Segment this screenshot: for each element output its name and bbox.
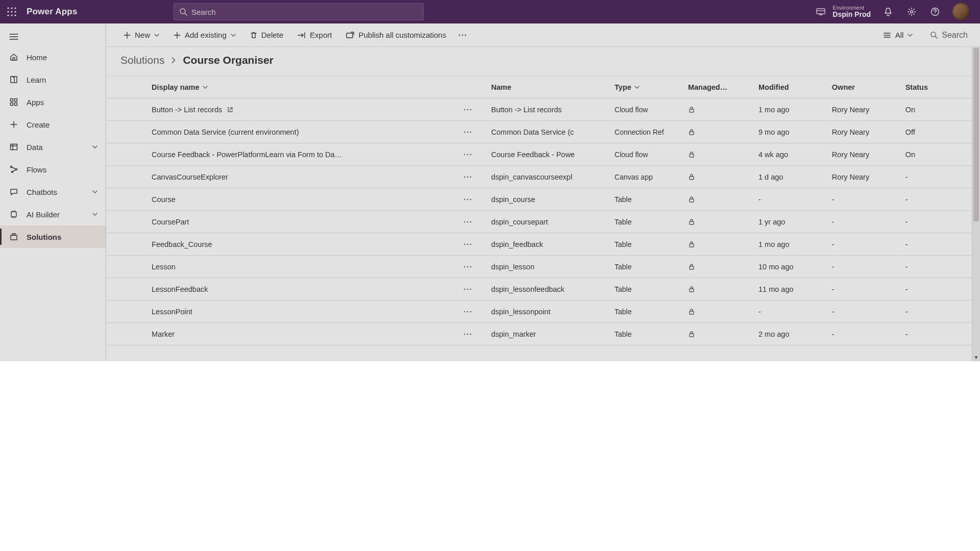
unmanaged-lock-icon — [682, 278, 752, 300]
row-display-name[interactable]: Marker — [152, 330, 175, 338]
scroll-down-icon[interactable]: ▼ — [972, 353, 980, 361]
svg-line-55 — [936, 36, 938, 38]
publish-button[interactable]: Publish all customizations — [341, 26, 451, 44]
row-more-button[interactable] — [456, 300, 479, 322]
table-row[interactable]: Lessondspin_lessonTable10 mo ago-- — [106, 256, 980, 278]
nav-data[interactable]: Data — [0, 136, 106, 158]
notifications-icon[interactable] — [882, 6, 894, 18]
row-more-button[interactable] — [456, 188, 479, 210]
svg-rect-39 — [12, 234, 15, 235]
open-external-icon[interactable] — [227, 107, 233, 113]
new-button[interactable]: New — [118, 26, 164, 44]
nav-collapse-button[interactable] — [0, 28, 106, 46]
vertical-scrollbar[interactable]: ▲ ▼ — [972, 47, 980, 361]
row-more-button[interactable] — [456, 211, 479, 233]
scroll-thumb[interactable] — [973, 48, 979, 221]
col-owner[interactable]: Owner — [832, 83, 855, 91]
svg-point-57 — [463, 109, 465, 110]
svg-point-5 — [14, 11, 16, 12]
more-commands-button[interactable] — [455, 26, 470, 44]
nav-flows[interactable]: Flows — [0, 158, 106, 181]
svg-rect-84 — [690, 244, 694, 247]
grid-search[interactable]: Search — [930, 31, 968, 40]
row-more-button[interactable] — [456, 278, 479, 300]
row-modified: - — [752, 188, 826, 211]
breadcrumb-parent[interactable]: Solutions — [120, 54, 164, 66]
row-modified: 4 wk ago — [752, 143, 826, 166]
row-display-name[interactable]: Course — [152, 195, 176, 204]
svg-point-98 — [467, 333, 468, 335]
svg-point-69 — [463, 176, 465, 178]
table-row[interactable]: Markerdspin_markerTable2 mo ago-- — [106, 323, 980, 345]
nav-chatbots[interactable]: Chatbots — [0, 181, 106, 203]
grid-search-label: Search — [942, 31, 968, 40]
settings-icon[interactable] — [905, 6, 918, 18]
help-icon[interactable] — [929, 6, 941, 18]
row-more-button[interactable] — [456, 256, 479, 278]
col-modified[interactable]: Modified — [758, 83, 789, 91]
delete-label: Delete — [261, 31, 283, 39]
row-display-name[interactable]: CoursePart — [152, 218, 189, 226]
col-managed[interactable]: Managed… — [688, 83, 727, 91]
row-more-button[interactable] — [456, 233, 479, 255]
svg-rect-22 — [15, 99, 17, 102]
chevron-down-icon — [634, 85, 640, 90]
row-status: - — [899, 166, 980, 188]
row-more-button[interactable] — [456, 121, 479, 143]
nav-learn[interactable]: Learn — [0, 68, 106, 91]
row-more-button[interactable] — [456, 143, 479, 165]
row-display-name[interactable]: CanvasCourseExplorer — [152, 173, 228, 181]
chevron-down-icon — [154, 33, 159, 38]
export-button[interactable]: Export — [292, 26, 337, 44]
col-display-name[interactable]: Display name — [152, 83, 208, 91]
table-row[interactable]: CoursePartdspin_coursepartTable1 yr ago-… — [106, 211, 980, 233]
row-display-name[interactable]: LessonFeedback — [152, 285, 208, 293]
table-row[interactable]: LessonPointdspin_lessonpointTable--- — [106, 300, 980, 323]
environment-icon — [815, 6, 826, 17]
col-type[interactable]: Type — [615, 83, 640, 91]
nav-home[interactable]: Home — [0, 46, 106, 68]
row-name: dspin_canvascourseexpl — [485, 166, 608, 188]
svg-point-75 — [470, 198, 471, 200]
svg-point-81 — [463, 243, 465, 245]
row-more-button[interactable] — [456, 98, 479, 120]
table-row[interactable]: Common Data Service (current environment… — [106, 121, 980, 143]
suite-search[interactable] — [174, 3, 424, 20]
grid-icon — [9, 97, 18, 107]
table-row[interactable]: LessonFeedbackdspin_lessonfeedbackTable1… — [106, 278, 980, 300]
unmanaged-lock-icon — [682, 323, 752, 345]
view-filter-button[interactable]: All — [878, 26, 918, 44]
table-row[interactable]: Course Feedback - PowerPlatformLearn via… — [106, 143, 980, 166]
app-name[interactable]: Power Apps — [27, 7, 78, 17]
svg-point-9 — [180, 9, 185, 14]
row-display-name[interactable]: Button -> List records — [152, 106, 233, 114]
row-display-name[interactable]: LessonPoint — [152, 308, 192, 316]
export-label: Export — [310, 31, 332, 39]
nav-solutions[interactable]: Solutions — [0, 226, 106, 248]
nav-create[interactable]: Create — [0, 113, 106, 136]
row-display-name[interactable]: Common Data Service (current environment… — [152, 128, 299, 136]
svg-point-74 — [467, 198, 468, 200]
row-more-button[interactable] — [456, 166, 479, 188]
col-name[interactable]: Name — [491, 83, 511, 91]
suite-search-input[interactable] — [191, 8, 418, 16]
svg-point-50 — [465, 34, 467, 36]
table-row[interactable]: Feedback_Coursedspin_feedbackTable1 mo a… — [106, 233, 980, 256]
row-more-button[interactable] — [456, 323, 479, 345]
nav-aibuilder[interactable]: AI Builder — [0, 203, 106, 226]
unmanaged-lock-icon — [682, 98, 752, 121]
nav-apps[interactable]: Apps — [0, 91, 106, 113]
delete-button[interactable]: Delete — [245, 26, 288, 44]
table-row[interactable]: CanvasCourseExplorerdspin_canvascourseex… — [106, 166, 980, 188]
row-display-name[interactable]: Course Feedback - PowerPlatformLearn via… — [152, 151, 342, 159]
col-status[interactable]: Status — [905, 83, 928, 91]
table-row[interactable]: Button -> List records Button -> List re… — [106, 98, 980, 121]
user-avatar[interactable] — [952, 3, 970, 20]
row-display-name[interactable]: Lesson — [152, 263, 176, 271]
row-modified: 11 mo ago — [752, 278, 826, 300]
add-existing-button[interactable]: Add existing — [168, 26, 241, 44]
waffle-icon[interactable] — [4, 4, 19, 19]
table-row[interactable]: Coursedspin_courseTable--- — [106, 188, 980, 211]
row-display-name[interactable]: Feedback_Course — [152, 240, 212, 248]
environment-picker[interactable]: Environment Dspin Prod — [815, 5, 871, 18]
